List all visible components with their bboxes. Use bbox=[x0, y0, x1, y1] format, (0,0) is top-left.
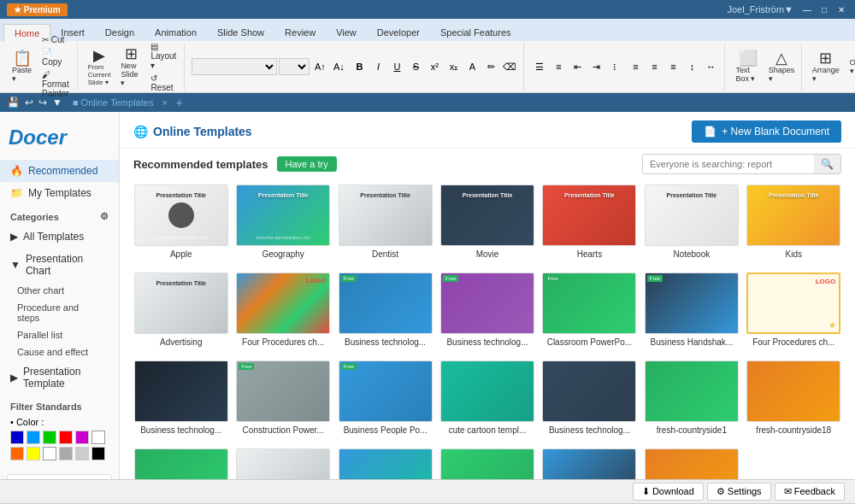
text-highlight-button[interactable]: ✏ bbox=[482, 58, 499, 75]
new-blank-doc-button[interactable]: 📄 + New Blank Document bbox=[692, 120, 841, 143]
template-thumb-r4e[interactable] bbox=[542, 448, 636, 479]
color-swatch-white[interactable] bbox=[91, 431, 105, 444]
italic-button[interactable]: I bbox=[369, 58, 386, 75]
template-thumb-dentist[interactable]: Presentation Title bbox=[339, 185, 433, 246]
color-swatch-black[interactable] bbox=[91, 447, 105, 460]
template-thumb-handshake[interactable]: Free bbox=[645, 273, 739, 334]
template-thumb-hearts[interactable]: Presentation Title bbox=[542, 185, 636, 246]
sidebar-item-parallel[interactable]: Parallel list bbox=[0, 326, 119, 343]
list-item[interactable]: Presentation Title www.free-ppt-template… bbox=[133, 185, 228, 259]
template-thumb-classroom[interactable]: Free bbox=[542, 273, 636, 334]
list-item[interactable]: Presentation Title Dentist bbox=[338, 185, 433, 259]
arrange-button[interactable]: ⊞ Arrange ▾ bbox=[809, 49, 843, 85]
color-swatch-lightgray[interactable] bbox=[75, 447, 89, 460]
list-item[interactable] bbox=[542, 448, 637, 479]
list-item[interactable]: Business technolog... bbox=[133, 360, 228, 435]
list-item[interactable] bbox=[439, 448, 534, 479]
template-thumb-biztechb[interactable] bbox=[134, 360, 228, 422]
sidebar-item-other-chart[interactable]: Other chart bbox=[0, 282, 119, 299]
template-thumb-4proc-sel[interactable]: LOGO ★ bbox=[746, 273, 840, 334]
template-thumb-countryside18[interactable] bbox=[746, 360, 840, 422]
list-item[interactable]: LOGO ★ Four Procedures ch... bbox=[746, 273, 841, 347]
template-thumb-movie[interactable]: Presentation Title bbox=[440, 185, 534, 246]
template-thumb-biz1[interactable]: Free bbox=[339, 273, 433, 334]
font-size-select[interactable] bbox=[279, 58, 310, 75]
font-size-increase-button[interactable]: A↑ bbox=[311, 58, 328, 75]
align-left-button[interactable]: ≡ bbox=[627, 58, 644, 75]
list-item[interactable]: Presentation Title Hearts bbox=[542, 185, 637, 259]
bold-button[interactable]: B bbox=[351, 58, 368, 75]
list-item[interactable]: fresh-countryside18 bbox=[746, 360, 841, 435]
new-slide-button[interactable]: ⊞ New Slide ▾ bbox=[117, 44, 144, 89]
list-item[interactable]: Free Business Handshak... bbox=[644, 273, 739, 347]
color-swatch-gray[interactable] bbox=[59, 447, 73, 460]
template-thumb-apple[interactable]: Presentation Title www.free-ppt-template… bbox=[134, 185, 228, 246]
color-swatch-yellow[interactable] bbox=[27, 447, 40, 460]
line-spacing-button[interactable]: ↕ bbox=[683, 58, 700, 75]
sidebar-item-all-templates[interactable]: ▶ All Templates bbox=[0, 226, 119, 248]
list-item[interactable]: Presentation Title Advertising bbox=[133, 273, 228, 347]
download-button[interactable]: ⬇ Download bbox=[633, 483, 704, 501]
color-swatch-lightblue[interactable] bbox=[27, 431, 40, 444]
reset-button[interactable]: ↺ Reset bbox=[148, 73, 179, 93]
have-try-button[interactable]: Have a try bbox=[277, 156, 337, 172]
increase-indent-button[interactable]: ⇥ bbox=[587, 58, 604, 75]
sidebar-item-procedure[interactable]: Procedure and steps bbox=[0, 299, 119, 326]
format-painter-button[interactable]: 🖌 Format Painter bbox=[39, 69, 72, 99]
shapes-button[interactable]: △ Shapes ▾ bbox=[767, 49, 796, 85]
tab-review[interactable]: Review bbox=[274, 24, 326, 41]
sidebar-item-my-templates[interactable]: 📁 My Templates bbox=[0, 182, 119, 204]
color-swatch-green[interactable] bbox=[43, 431, 56, 444]
template-thumb-geo[interactable]: Presentation Title www.free-ppt-template… bbox=[236, 185, 330, 246]
template-thumb-construction[interactable]: Free bbox=[236, 360, 330, 422]
list-item[interactable]: Free Business technolog... bbox=[439, 273, 534, 347]
text-box-button[interactable]: ⬜ Text Box ▾ bbox=[732, 49, 764, 85]
list-item[interactable]: Free Classroom PowerPo... bbox=[542, 273, 637, 347]
font-color-button[interactable]: A bbox=[463, 58, 481, 75]
template-thumb-r4a[interactable] bbox=[134, 448, 228, 479]
list-item[interactable]: Free Business technolog... bbox=[338, 273, 433, 347]
quick-access-more[interactable]: ▼ bbox=[52, 97, 62, 108]
template-thumb-r4f[interactable] bbox=[645, 448, 739, 479]
template-thumb-cartoon[interactable] bbox=[440, 360, 534, 422]
list-item[interactable] bbox=[133, 448, 228, 479]
list-item[interactable]: Free Construction Power... bbox=[235, 360, 330, 435]
search-input[interactable] bbox=[643, 155, 814, 173]
layout-button[interactable]: ▤ Layout ▾ bbox=[148, 41, 179, 71]
align-center-button[interactable]: ≡ bbox=[646, 58, 663, 75]
tab-design[interactable]: Design bbox=[95, 24, 144, 41]
underline-button[interactable]: U bbox=[388, 58, 405, 75]
template-thumb-r4b[interactable] bbox=[236, 448, 330, 479]
list-item[interactable] bbox=[644, 448, 739, 479]
subscript-button[interactable]: x₂ bbox=[445, 58, 462, 75]
list-item[interactable]: Presentation Title Kids bbox=[746, 185, 841, 259]
numbered-list-button[interactable]: ≡ bbox=[550, 58, 567, 75]
redo-button[interactable]: ↪ bbox=[38, 97, 47, 108]
tab-animation[interactable]: Animation bbox=[144, 24, 207, 41]
list-item[interactable]: Presentation Title Movie bbox=[439, 185, 534, 259]
from-current-slide-button[interactable]: ▶ From Current Slide ▾ bbox=[85, 46, 115, 88]
list-item[interactable] bbox=[235, 448, 330, 479]
maximize-button[interactable]: □ bbox=[817, 3, 831, 15]
paste-button[interactable]: 📋 Paste ▾ bbox=[9, 49, 36, 85]
direction-button[interactable]: ↔ bbox=[702, 58, 719, 75]
list-item[interactable]: Presentation Title www.free-ppt-template… bbox=[235, 185, 330, 259]
template-thumb-r4d[interactable] bbox=[440, 448, 534, 479]
template-thumb-biztech3[interactable] bbox=[542, 360, 636, 422]
user-name[interactable]: Joel_Friström▼ bbox=[727, 4, 793, 15]
tab-view[interactable]: View bbox=[326, 24, 367, 41]
cut-button[interactable]: ✂ Cut bbox=[39, 34, 72, 45]
outline-button[interactable]: Outline ▾ bbox=[846, 56, 855, 77]
save-quick-button[interactable]: 💾 bbox=[7, 97, 20, 108]
list-item[interactable]: Free Business People Po... bbox=[338, 360, 433, 435]
list-item[interactable]: Business technolog... bbox=[542, 360, 637, 435]
align-right-button[interactable]: ≡ bbox=[664, 58, 681, 75]
clear-format-button[interactable]: ⌫ bbox=[501, 58, 518, 75]
add-tab-button[interactable]: + bbox=[176, 96, 183, 109]
template-thumb-r4c[interactable] bbox=[339, 448, 433, 479]
template-thumb-advertising[interactable]: Presentation Title bbox=[134, 273, 228, 334]
sidebar-item-pres-template[interactable]: ▶ Presentation Template bbox=[0, 360, 119, 395]
list-item[interactable]: cute cartoon templ... bbox=[439, 360, 534, 435]
font-size-decrease-button[interactable]: A↓ bbox=[330, 58, 347, 75]
template-thumb-kids[interactable]: Presentation Title bbox=[746, 185, 840, 246]
